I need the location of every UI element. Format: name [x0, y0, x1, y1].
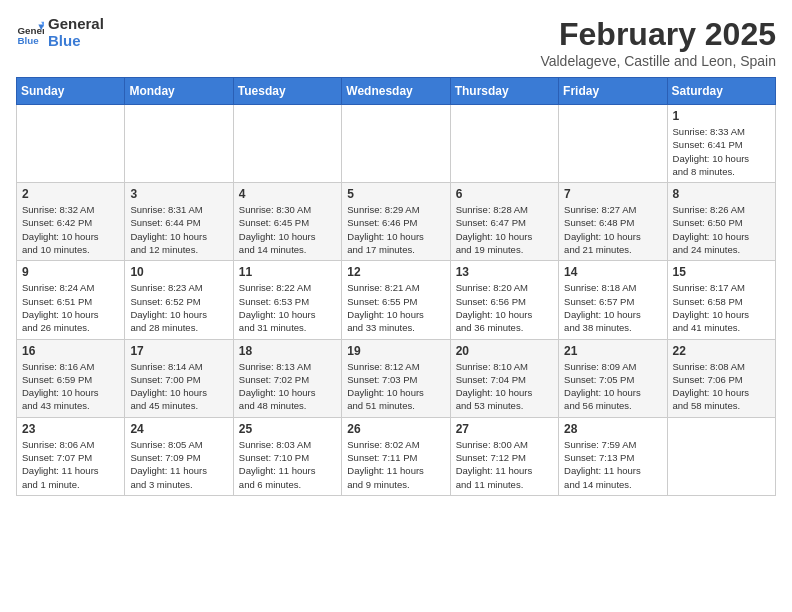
- day-number: 7: [564, 187, 661, 201]
- calendar-cell: 21Sunrise: 8:09 AM Sunset: 7:05 PM Dayli…: [559, 339, 667, 417]
- day-info: Sunrise: 8:08 AM Sunset: 7:06 PM Dayligh…: [673, 360, 770, 413]
- logo: General Blue General Blue: [16, 16, 104, 49]
- day-number: 20: [456, 344, 553, 358]
- day-info: Sunrise: 8:12 AM Sunset: 7:03 PM Dayligh…: [347, 360, 444, 413]
- weekday-header-thursday: Thursday: [450, 78, 558, 105]
- logo-icon: General Blue: [16, 19, 44, 47]
- calendar-cell: 10Sunrise: 8:23 AM Sunset: 6:52 PM Dayli…: [125, 261, 233, 339]
- calendar-cell: 2Sunrise: 8:32 AM Sunset: 6:42 PM Daylig…: [17, 183, 125, 261]
- day-number: 23: [22, 422, 119, 436]
- calendar-cell: 9Sunrise: 8:24 AM Sunset: 6:51 PM Daylig…: [17, 261, 125, 339]
- day-number: 15: [673, 265, 770, 279]
- day-number: 2: [22, 187, 119, 201]
- calendar-cell: 28Sunrise: 7:59 AM Sunset: 7:13 PM Dayli…: [559, 417, 667, 495]
- calendar-cell: 5Sunrise: 8:29 AM Sunset: 6:46 PM Daylig…: [342, 183, 450, 261]
- calendar-cell: [233, 105, 341, 183]
- calendar-cell: 6Sunrise: 8:28 AM Sunset: 6:47 PM Daylig…: [450, 183, 558, 261]
- calendar-cell: [450, 105, 558, 183]
- day-number: 25: [239, 422, 336, 436]
- day-number: 22: [673, 344, 770, 358]
- day-number: 9: [22, 265, 119, 279]
- calendar-week-2: 2Sunrise: 8:32 AM Sunset: 6:42 PM Daylig…: [17, 183, 776, 261]
- day-info: Sunrise: 8:00 AM Sunset: 7:12 PM Dayligh…: [456, 438, 553, 491]
- month-title: February 2025: [540, 16, 776, 53]
- day-number: 10: [130, 265, 227, 279]
- day-info: Sunrise: 8:29 AM Sunset: 6:46 PM Dayligh…: [347, 203, 444, 256]
- day-number: 13: [456, 265, 553, 279]
- calendar-cell: 25Sunrise: 8:03 AM Sunset: 7:10 PM Dayli…: [233, 417, 341, 495]
- weekday-header-friday: Friday: [559, 78, 667, 105]
- day-info: Sunrise: 8:09 AM Sunset: 7:05 PM Dayligh…: [564, 360, 661, 413]
- calendar-table: SundayMondayTuesdayWednesdayThursdayFrid…: [16, 77, 776, 496]
- day-info: Sunrise: 8:14 AM Sunset: 7:00 PM Dayligh…: [130, 360, 227, 413]
- day-info: Sunrise: 8:30 AM Sunset: 6:45 PM Dayligh…: [239, 203, 336, 256]
- calendar-cell: 19Sunrise: 8:12 AM Sunset: 7:03 PM Dayli…: [342, 339, 450, 417]
- calendar-cell: 27Sunrise: 8:00 AM Sunset: 7:12 PM Dayli…: [450, 417, 558, 495]
- day-info: Sunrise: 8:02 AM Sunset: 7:11 PM Dayligh…: [347, 438, 444, 491]
- calendar-cell: [17, 105, 125, 183]
- day-number: 5: [347, 187, 444, 201]
- day-number: 28: [564, 422, 661, 436]
- day-number: 26: [347, 422, 444, 436]
- calendar-cell: 18Sunrise: 8:13 AM Sunset: 7:02 PM Dayli…: [233, 339, 341, 417]
- day-info: Sunrise: 8:23 AM Sunset: 6:52 PM Dayligh…: [130, 281, 227, 334]
- day-info: Sunrise: 8:27 AM Sunset: 6:48 PM Dayligh…: [564, 203, 661, 256]
- logo-general: General: [48, 16, 104, 33]
- calendar-cell: 1Sunrise: 8:33 AM Sunset: 6:41 PM Daylig…: [667, 105, 775, 183]
- day-info: Sunrise: 8:17 AM Sunset: 6:58 PM Dayligh…: [673, 281, 770, 334]
- day-info: Sunrise: 8:10 AM Sunset: 7:04 PM Dayligh…: [456, 360, 553, 413]
- day-info: Sunrise: 8:22 AM Sunset: 6:53 PM Dayligh…: [239, 281, 336, 334]
- page-header: General Blue General Blue February 2025 …: [16, 16, 776, 69]
- calendar-cell: 17Sunrise: 8:14 AM Sunset: 7:00 PM Dayli…: [125, 339, 233, 417]
- calendar-cell: 15Sunrise: 8:17 AM Sunset: 6:58 PM Dayli…: [667, 261, 775, 339]
- day-number: 24: [130, 422, 227, 436]
- calendar-cell: [342, 105, 450, 183]
- day-info: Sunrise: 8:05 AM Sunset: 7:09 PM Dayligh…: [130, 438, 227, 491]
- day-info: Sunrise: 8:18 AM Sunset: 6:57 PM Dayligh…: [564, 281, 661, 334]
- day-info: Sunrise: 8:24 AM Sunset: 6:51 PM Dayligh…: [22, 281, 119, 334]
- calendar-cell: 3Sunrise: 8:31 AM Sunset: 6:44 PM Daylig…: [125, 183, 233, 261]
- calendar-cell: 26Sunrise: 8:02 AM Sunset: 7:11 PM Dayli…: [342, 417, 450, 495]
- day-info: Sunrise: 8:13 AM Sunset: 7:02 PM Dayligh…: [239, 360, 336, 413]
- day-number: 16: [22, 344, 119, 358]
- calendar-week-5: 23Sunrise: 8:06 AM Sunset: 7:07 PM Dayli…: [17, 417, 776, 495]
- calendar-cell: 12Sunrise: 8:21 AM Sunset: 6:55 PM Dayli…: [342, 261, 450, 339]
- weekday-header-sunday: Sunday: [17, 78, 125, 105]
- day-number: 6: [456, 187, 553, 201]
- day-number: 12: [347, 265, 444, 279]
- calendar-cell: 11Sunrise: 8:22 AM Sunset: 6:53 PM Dayli…: [233, 261, 341, 339]
- day-info: Sunrise: 8:03 AM Sunset: 7:10 PM Dayligh…: [239, 438, 336, 491]
- calendar-cell: 13Sunrise: 8:20 AM Sunset: 6:56 PM Dayli…: [450, 261, 558, 339]
- calendar-week-1: 1Sunrise: 8:33 AM Sunset: 6:41 PM Daylig…: [17, 105, 776, 183]
- weekday-header-wednesday: Wednesday: [342, 78, 450, 105]
- day-number: 1: [673, 109, 770, 123]
- calendar-cell: 22Sunrise: 8:08 AM Sunset: 7:06 PM Dayli…: [667, 339, 775, 417]
- calendar-week-4: 16Sunrise: 8:16 AM Sunset: 6:59 PM Dayli…: [17, 339, 776, 417]
- calendar-cell: 7Sunrise: 8:27 AM Sunset: 6:48 PM Daylig…: [559, 183, 667, 261]
- calendar-cell: 24Sunrise: 8:05 AM Sunset: 7:09 PM Dayli…: [125, 417, 233, 495]
- calendar-cell: 8Sunrise: 8:26 AM Sunset: 6:50 PM Daylig…: [667, 183, 775, 261]
- svg-text:Blue: Blue: [17, 35, 39, 46]
- day-info: Sunrise: 8:20 AM Sunset: 6:56 PM Dayligh…: [456, 281, 553, 334]
- day-number: 27: [456, 422, 553, 436]
- day-number: 3: [130, 187, 227, 201]
- calendar-cell: [125, 105, 233, 183]
- calendar-cell: [667, 417, 775, 495]
- weekday-header-row: SundayMondayTuesdayWednesdayThursdayFrid…: [17, 78, 776, 105]
- location-subtitle: Valdelageve, Castille and Leon, Spain: [540, 53, 776, 69]
- calendar-cell: 14Sunrise: 8:18 AM Sunset: 6:57 PM Dayli…: [559, 261, 667, 339]
- day-number: 19: [347, 344, 444, 358]
- calendar-cell: 16Sunrise: 8:16 AM Sunset: 6:59 PM Dayli…: [17, 339, 125, 417]
- day-info: Sunrise: 8:32 AM Sunset: 6:42 PM Dayligh…: [22, 203, 119, 256]
- weekday-header-monday: Monday: [125, 78, 233, 105]
- calendar-cell: 20Sunrise: 8:10 AM Sunset: 7:04 PM Dayli…: [450, 339, 558, 417]
- weekday-header-tuesday: Tuesday: [233, 78, 341, 105]
- day-number: 8: [673, 187, 770, 201]
- calendar-cell: 4Sunrise: 8:30 AM Sunset: 6:45 PM Daylig…: [233, 183, 341, 261]
- day-number: 4: [239, 187, 336, 201]
- title-block: February 2025 Valdelageve, Castille and …: [540, 16, 776, 69]
- logo-blue: Blue: [48, 33, 104, 50]
- day-info: Sunrise: 8:16 AM Sunset: 6:59 PM Dayligh…: [22, 360, 119, 413]
- day-info: Sunrise: 7:59 AM Sunset: 7:13 PM Dayligh…: [564, 438, 661, 491]
- day-number: 17: [130, 344, 227, 358]
